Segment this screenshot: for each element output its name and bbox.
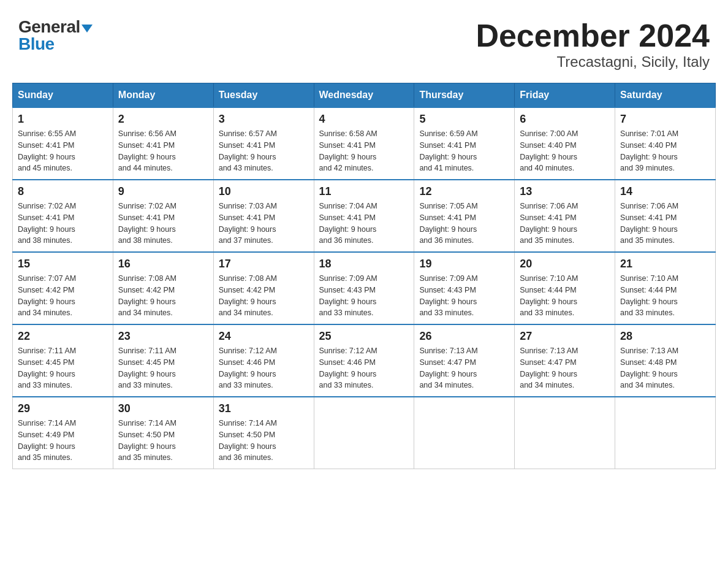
- day-number: 2: [118, 113, 208, 126]
- day-number: 9: [118, 185, 208, 198]
- day-number: 3: [219, 113, 309, 126]
- day-info: Sunrise: 7:02 AM Sunset: 4:41 PM Dayligh…: [18, 201, 108, 247]
- page-header: General Blue December 2024 Trecastagni, …: [12, 12, 716, 71]
- table-row: 27 Sunrise: 7:13 AM Sunset: 4:47 PM Dayl…: [515, 324, 615, 397]
- logo-general-text: General: [18, 17, 80, 36]
- table-row: 21 Sunrise: 7:10 AM Sunset: 4:44 PM Dayl…: [615, 252, 716, 324]
- day-number: 11: [319, 185, 409, 198]
- table-row: 22 Sunrise: 7:11 AM Sunset: 4:45 PM Dayl…: [13, 324, 113, 397]
- day-info: Sunrise: 7:08 AM Sunset: 4:42 PM Dayligh…: [118, 273, 208, 319]
- table-row: 30 Sunrise: 7:14 AM Sunset: 4:50 PM Dayl…: [113, 397, 213, 469]
- table-row: 31 Sunrise: 7:14 AM Sunset: 4:50 PM Dayl…: [213, 397, 314, 469]
- calendar-week-row: 1 Sunrise: 6:55 AM Sunset: 4:41 PM Dayli…: [13, 107, 716, 180]
- table-row: [414, 397, 515, 469]
- day-info: Sunrise: 7:04 AM Sunset: 4:41 PM Dayligh…: [319, 201, 409, 247]
- day-info: Sunrise: 6:56 AM Sunset: 4:41 PM Dayligh…: [118, 128, 208, 174]
- table-row: 29 Sunrise: 7:14 AM Sunset: 4:49 PM Dayl…: [13, 397, 113, 469]
- day-info: Sunrise: 6:55 AM Sunset: 4:41 PM Dayligh…: [18, 128, 108, 174]
- table-row: 19 Sunrise: 7:09 AM Sunset: 4:43 PM Dayl…: [414, 252, 515, 324]
- table-row: 7 Sunrise: 7:01 AM Sunset: 4:40 PM Dayli…: [615, 107, 716, 180]
- table-row: 13 Sunrise: 7:06 AM Sunset: 4:41 PM Dayl…: [515, 180, 615, 252]
- day-number: 7: [620, 113, 710, 126]
- table-row: 2 Sunrise: 6:56 AM Sunset: 4:41 PM Dayli…: [113, 107, 213, 180]
- logo: General Blue: [18, 18, 93, 53]
- table-row: 26 Sunrise: 7:13 AM Sunset: 4:47 PM Dayl…: [414, 324, 515, 397]
- table-row: 16 Sunrise: 7:08 AM Sunset: 4:42 PM Dayl…: [113, 252, 213, 324]
- day-info: Sunrise: 7:13 AM Sunset: 4:47 PM Dayligh…: [520, 345, 610, 391]
- table-row: 20 Sunrise: 7:10 AM Sunset: 4:44 PM Dayl…: [515, 252, 615, 324]
- day-info: Sunrise: 7:07 AM Sunset: 4:42 PM Dayligh…: [18, 273, 108, 319]
- table-row: 25 Sunrise: 7:12 AM Sunset: 4:46 PM Dayl…: [314, 324, 414, 397]
- day-number: 1: [18, 113, 108, 126]
- day-number: 10: [219, 185, 309, 198]
- calendar-week-row: 22 Sunrise: 7:11 AM Sunset: 4:45 PM Dayl…: [13, 324, 716, 397]
- calendar-table: Sunday Monday Tuesday Wednesday Thursday…: [12, 83, 716, 469]
- month-title: December 2024: [476, 18, 710, 53]
- day-info: Sunrise: 7:12 AM Sunset: 4:46 PM Dayligh…: [219, 345, 309, 391]
- day-info: Sunrise: 7:13 AM Sunset: 4:48 PM Dayligh…: [620, 345, 710, 391]
- day-info: Sunrise: 7:10 AM Sunset: 4:44 PM Dayligh…: [620, 273, 710, 319]
- table-row: 24 Sunrise: 7:12 AM Sunset: 4:46 PM Dayl…: [213, 324, 314, 397]
- day-number: 21: [620, 258, 710, 270]
- table-row: [515, 397, 615, 469]
- table-row: 9 Sunrise: 7:02 AM Sunset: 4:41 PM Dayli…: [113, 180, 213, 252]
- day-number: 22: [18, 330, 108, 343]
- table-row: 23 Sunrise: 7:11 AM Sunset: 4:45 PM Dayl…: [113, 324, 213, 397]
- table-row: 8 Sunrise: 7:02 AM Sunset: 4:41 PM Dayli…: [13, 180, 113, 252]
- col-wednesday: Wednesday: [314, 83, 414, 108]
- day-info: Sunrise: 6:57 AM Sunset: 4:41 PM Dayligh…: [219, 128, 309, 174]
- table-row: 14 Sunrise: 7:06 AM Sunset: 4:41 PM Dayl…: [615, 180, 716, 252]
- day-number: 6: [520, 113, 610, 126]
- table-row: 11 Sunrise: 7:04 AM Sunset: 4:41 PM Dayl…: [314, 180, 414, 252]
- table-row: [615, 397, 716, 469]
- day-number: 31: [219, 402, 309, 415]
- day-info: Sunrise: 7:13 AM Sunset: 4:47 PM Dayligh…: [419, 345, 509, 391]
- table-row: 1 Sunrise: 6:55 AM Sunset: 4:41 PM Dayli…: [13, 107, 113, 180]
- day-number: 19: [419, 258, 509, 270]
- day-number: 17: [219, 258, 309, 270]
- calendar-week-row: 15 Sunrise: 7:07 AM Sunset: 4:42 PM Dayl…: [13, 252, 716, 324]
- day-info: Sunrise: 7:11 AM Sunset: 4:45 PM Dayligh…: [118, 345, 208, 391]
- day-number: 25: [319, 330, 409, 343]
- day-info: Sunrise: 7:14 AM Sunset: 4:50 PM Dayligh…: [219, 418, 309, 464]
- day-info: Sunrise: 7:00 AM Sunset: 4:40 PM Dayligh…: [520, 128, 610, 174]
- day-number: 28: [620, 330, 710, 343]
- table-row: 17 Sunrise: 7:08 AM Sunset: 4:42 PM Dayl…: [213, 252, 314, 324]
- table-row: 28 Sunrise: 7:13 AM Sunset: 4:48 PM Dayl…: [615, 324, 716, 397]
- day-info: Sunrise: 7:03 AM Sunset: 4:41 PM Dayligh…: [219, 201, 309, 247]
- calendar-header-row: Sunday Monday Tuesday Wednesday Thursday…: [13, 83, 716, 108]
- day-info: Sunrise: 7:12 AM Sunset: 4:46 PM Dayligh…: [319, 345, 409, 391]
- table-row: 10 Sunrise: 7:03 AM Sunset: 4:41 PM Dayl…: [213, 180, 314, 252]
- day-number: 16: [118, 258, 208, 270]
- logo-blue-text: Blue: [18, 34, 55, 53]
- day-info: Sunrise: 7:01 AM Sunset: 4:40 PM Dayligh…: [620, 128, 710, 174]
- location-title: Trecastagni, Sicily, Italy: [476, 53, 710, 71]
- day-number: 14: [620, 185, 710, 198]
- day-info: Sunrise: 7:14 AM Sunset: 4:50 PM Dayligh…: [118, 418, 208, 464]
- col-saturday: Saturday: [615, 83, 716, 108]
- day-number: 13: [520, 185, 610, 198]
- day-number: 8: [18, 185, 108, 198]
- day-number: 27: [520, 330, 610, 343]
- day-info: Sunrise: 7:09 AM Sunset: 4:43 PM Dayligh…: [419, 273, 509, 319]
- col-monday: Monday: [113, 83, 213, 108]
- day-number: 23: [118, 330, 208, 343]
- table-row: 18 Sunrise: 7:09 AM Sunset: 4:43 PM Dayl…: [314, 252, 414, 324]
- col-sunday: Sunday: [13, 83, 113, 108]
- table-row: 5 Sunrise: 6:59 AM Sunset: 4:41 PM Dayli…: [414, 107, 515, 180]
- calendar-week-row: 29 Sunrise: 7:14 AM Sunset: 4:49 PM Dayl…: [13, 397, 716, 469]
- day-info: Sunrise: 7:09 AM Sunset: 4:43 PM Dayligh…: [319, 273, 409, 319]
- col-thursday: Thursday: [414, 83, 515, 108]
- day-number: 24: [219, 330, 309, 343]
- table-row: 3 Sunrise: 6:57 AM Sunset: 4:41 PM Dayli…: [213, 107, 314, 180]
- day-number: 18: [319, 258, 409, 270]
- table-row: [314, 397, 414, 469]
- table-row: 6 Sunrise: 7:00 AM Sunset: 4:40 PM Dayli…: [515, 107, 615, 180]
- table-row: 4 Sunrise: 6:58 AM Sunset: 4:41 PM Dayli…: [314, 107, 414, 180]
- day-info: Sunrise: 7:05 AM Sunset: 4:41 PM Dayligh…: [419, 201, 509, 247]
- day-number: 30: [118, 402, 208, 415]
- day-info: Sunrise: 7:08 AM Sunset: 4:42 PM Dayligh…: [219, 273, 309, 319]
- title-area: December 2024 Trecastagni, Sicily, Italy: [476, 18, 710, 71]
- logo-triangle-icon: [82, 25, 93, 33]
- day-info: Sunrise: 7:14 AM Sunset: 4:49 PM Dayligh…: [18, 418, 108, 464]
